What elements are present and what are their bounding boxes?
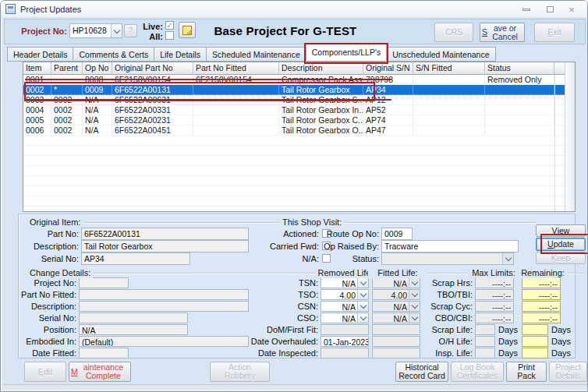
cbo-remaining-field: ----:-- — [522, 313, 561, 323]
close-button[interactable]: × — [564, 4, 579, 15]
action-robbery-button[interactable]: Action Robbery — [210, 362, 270, 382]
table-header-row: Item Parent Op No Original Part No Part … — [23, 62, 565, 75]
edit-button[interactable]: Edit — [24, 362, 66, 382]
tbo-max-field: ----:-- — [475, 289, 514, 300]
cd-embodied-in-label: Embodied In: — [6, 336, 76, 347]
tso-removed-combo[interactable]: 4.00 — [321, 289, 369, 300]
scrap-life-max-field — [475, 324, 495, 335]
minimize-button[interactable] — [519, 4, 534, 15]
dropdown-arrow-icon[interactable] — [357, 278, 368, 288]
cd-position-field[interactable]: N/A — [79, 324, 188, 335]
route-op-no-field[interactable]: 0009 — [381, 228, 413, 240]
live-label: Live: — [135, 21, 163, 32]
app-icon — [5, 4, 16, 14]
scrap-cyc-remaining-field: ----:-- — [522, 301, 561, 312]
col-header-original-sn[interactable]: Original S/N — [363, 62, 413, 75]
table-row-selected[interactable]: 0002*00096F6522A00131Tail Rotor GearboxA… — [23, 85, 565, 95]
csn-removed-combo[interactable]: N/A — [321, 301, 369, 312]
cd-project-no-field[interactable] — [79, 277, 129, 288]
oh-life-label: O/H Life: — [402, 336, 473, 347]
table-row[interactable]: 00040002N/A6F6522A00331Tail Rotor Gearbo… — [23, 105, 565, 115]
tsn-removed-combo[interactable]: N/A — [321, 277, 369, 288]
serial-no-field[interactable]: AP34 — [81, 253, 190, 265]
narrow-column-divider — [554, 75, 555, 211]
col-header-original-part-no[interactable]: Original Part No — [112, 62, 193, 75]
tab-comments-certs[interactable]: Comments & Certs — [73, 47, 154, 62]
cd-date-fitted-field[interactable] — [79, 348, 129, 358]
keep-button[interactable]: Keep — [536, 252, 586, 264]
vertical-scrollbar[interactable] — [565, 62, 575, 211]
cd-embodied-in-field[interactable]: (Default) — [79, 336, 249, 347]
project-no-label: Project No: — [12, 26, 67, 37]
date-inspected-field[interactable] — [321, 348, 369, 358]
tab-unscheduled-maintenance[interactable]: Unscheduled Maintenance — [386, 47, 495, 62]
project-details-button[interactable]: Project Details — [549, 362, 587, 382]
fitted-life-header: Fitted Life: — [368, 268, 427, 278]
days-label: Days — [551, 336, 573, 347]
historical-record-card-button[interactable]: Historical Record Card — [395, 362, 448, 382]
insp-life-max-field — [475, 348, 495, 358]
date-overhauled-field[interactable]: 01-Jan-2023 — [321, 336, 369, 347]
tab-life-details[interactable]: Life Details — [154, 47, 207, 62]
cd-serial-no-field[interactable] — [79, 313, 188, 323]
view-button[interactable]: View — [536, 224, 586, 237]
log-book-certificates-button[interactable]: Log Book Certificates — [451, 362, 504, 382]
op-raised-by-field[interactable]: Tracware — [381, 240, 519, 253]
print-pack-button[interactable]: Print Pack — [506, 362, 547, 382]
cso-label: CSO: — [248, 313, 318, 323]
exit-button[interactable]: Exit — [534, 23, 575, 42]
col-header-parent[interactable]: Parent — [51, 62, 83, 75]
dropdown-arrow-icon[interactable] — [357, 290, 368, 299]
restore-icon — [547, 6, 554, 12]
save-or-cancel-button[interactable]: Save or Cancel — [480, 23, 525, 42]
strikethrough-line-row1 — [25, 79, 391, 80]
scrap-life-remaining-field — [522, 324, 548, 335]
project-no-combobox[interactable]: HP10628 — [69, 23, 122, 38]
table-row[interactable]: 00050002N/A6F6522A00231Tail Rotor Gearbo… — [23, 115, 565, 125]
col-header-op-no[interactable]: Op No — [83, 62, 112, 75]
tab-header-details[interactable]: Header Details — [7, 47, 73, 62]
description-label: Description: — [9, 241, 79, 252]
cbo-cbi-label: CBO/CBI: — [402, 313, 473, 323]
strikethrough-line-row3 — [25, 99, 391, 101]
col-header-sn-fitted[interactable]: S/N Fitted — [413, 62, 485, 75]
cd-part-no-fitted-field[interactable] — [79, 289, 249, 300]
cd-description-field[interactable] — [79, 301, 249, 312]
tab-scheduled-maintenance[interactable]: Scheduled Maintenance — [206, 47, 306, 62]
col-header-blank — [554, 62, 565, 75]
date-inspected-label: Date Inspected: — [248, 348, 318, 358]
maintenance-complete-button[interactable]: Maintenance Complete — [69, 362, 131, 382]
table-row[interactable]: 00060002N/A6F6522A00451Tail Rotor Gearbo… — [23, 125, 565, 136]
col-header-status[interactable]: Status — [485, 62, 554, 75]
part-no-field[interactable]: 6F6522A00131 — [81, 228, 249, 240]
max-limits-header: Max Limits: — [467, 268, 520, 278]
dropdown-arrow-icon[interactable] — [111, 24, 122, 37]
status-combobox[interactable] — [381, 253, 514, 265]
restore-button[interactable] — [542, 4, 558, 15]
dropdown-arrow-icon[interactable] — [502, 253, 513, 264]
cso-removed-combo[interactable]: N/A — [321, 313, 369, 323]
dropdown-arrow-icon[interactable] — [357, 313, 368, 323]
days-label: Days — [498, 324, 520, 335]
scrap-hrs-label: Scrap Hrs: — [402, 277, 473, 288]
title-bar[interactable]: Project Updates — [1, 1, 587, 18]
route-op-no-label: Route Op No: — [309, 228, 379, 239]
days-label: Days — [498, 336, 520, 347]
update-button[interactable]: Update — [536, 238, 586, 251]
col-header-part-no-fitted[interactable]: Part No Fitted — [193, 62, 279, 75]
dom-removed-field[interactable] — [321, 324, 369, 335]
dropdown-arrow-icon[interactable] — [357, 302, 368, 311]
col-header-item[interactable]: Item — [23, 62, 51, 75]
col-header-description[interactable]: Description — [279, 62, 363, 75]
cd-part-no-fitted-label: Part No Fitted: — [6, 289, 76, 300]
crs-button[interactable]: CRS — [434, 23, 473, 42]
window-bottom-frame — [2, 384, 587, 390]
scrap-cyc-label: Scrap Cyc: — [402, 301, 473, 312]
description-field[interactable]: Tail Rotor Gearbox — [81, 240, 249, 253]
cd-description-label: Description: — [6, 301, 76, 312]
days-label: Days — [551, 348, 573, 358]
oh-life-max-field — [475, 336, 495, 347]
tbo-remaining-field: ----:-- — [522, 289, 561, 300]
dom-first-fit-label: DoM/First Fit: — [248, 324, 318, 335]
tab-components-llps[interactable]: Components/LLP's — [306, 44, 387, 62]
